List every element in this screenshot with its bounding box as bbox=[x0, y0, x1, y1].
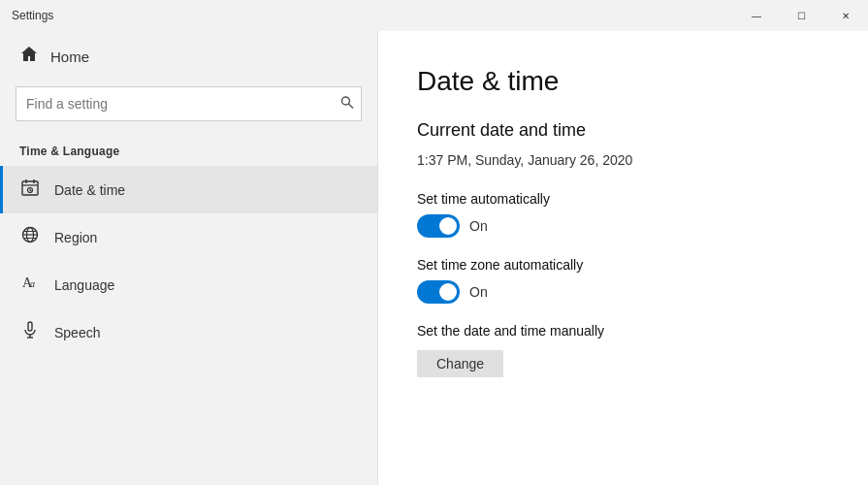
region-icon bbox=[19, 225, 41, 249]
date-time-icon bbox=[19, 178, 41, 202]
svg-line-1 bbox=[349, 104, 354, 109]
set-time-auto-label: Set time automatically bbox=[417, 191, 829, 207]
search-box bbox=[16, 86, 362, 121]
speech-label: Speech bbox=[54, 325, 100, 340]
language-icon: A a bbox=[19, 273, 41, 297]
set-timezone-auto-row: Set time zone automatically On bbox=[417, 257, 829, 304]
app-container: Home Time & Language bbox=[0, 31, 868, 485]
set-time-auto-row: Set time automatically On bbox=[417, 191, 829, 238]
search-input[interactable] bbox=[16, 86, 362, 121]
svg-rect-16 bbox=[28, 322, 32, 331]
home-label: Home bbox=[50, 48, 89, 65]
region-label: Region bbox=[54, 230, 97, 245]
home-icon bbox=[19, 45, 39, 69]
current-datetime-value: 1:37 PM, Sunday, January 26, 2020 bbox=[417, 152, 829, 168]
sidebar-item-region[interactable]: Region bbox=[0, 213, 377, 261]
sidebar-item-language[interactable]: A a Language bbox=[0, 261, 377, 308]
set-timezone-auto-toggle[interactable] bbox=[417, 280, 460, 304]
content-area: Date & time Current date and time 1:37 P… bbox=[378, 31, 868, 485]
change-button[interactable]: Change bbox=[417, 350, 503, 377]
minimize-button[interactable]: — bbox=[734, 0, 779, 31]
page-title: Date & time bbox=[417, 66, 829, 97]
sidebar-item-home[interactable]: Home bbox=[0, 31, 377, 82]
speech-icon bbox=[19, 320, 41, 344]
svg-line-8 bbox=[30, 190, 31, 191]
set-timezone-auto-state: On bbox=[469, 284, 488, 300]
window-controls: — ☐ ✕ bbox=[734, 0, 868, 31]
maximize-button[interactable]: ☐ bbox=[779, 0, 823, 31]
set-timezone-auto-label: Set time zone automatically bbox=[417, 257, 829, 273]
language-label: Language bbox=[54, 277, 114, 293]
app-title: Settings bbox=[12, 9, 53, 22]
sidebar-item-speech[interactable]: Speech bbox=[0, 308, 377, 356]
search-button[interactable] bbox=[340, 96, 354, 113]
title-bar: Settings — ☐ ✕ bbox=[0, 0, 868, 31]
svg-text:a: a bbox=[30, 278, 35, 289]
set-manual-row: Set the date and time manually Change bbox=[417, 323, 829, 377]
set-manual-label: Set the date and time manually bbox=[417, 323, 829, 339]
close-button[interactable]: ✕ bbox=[823, 0, 868, 31]
current-date-time-heading: Current date and time bbox=[417, 120, 829, 141]
set-time-auto-state: On bbox=[469, 218, 488, 234]
date-time-label: Date & time bbox=[54, 182, 125, 198]
svg-point-0 bbox=[342, 97, 350, 105]
section-label: Time & Language bbox=[0, 137, 377, 166]
sidebar-item-date-time[interactable]: Date & time bbox=[0, 166, 377, 213]
sidebar: Home Time & Language bbox=[0, 31, 378, 485]
set-time-auto-toggle[interactable] bbox=[417, 214, 460, 238]
set-time-auto-toggle-row: On bbox=[417, 214, 829, 238]
set-timezone-auto-toggle-row: On bbox=[417, 280, 829, 304]
